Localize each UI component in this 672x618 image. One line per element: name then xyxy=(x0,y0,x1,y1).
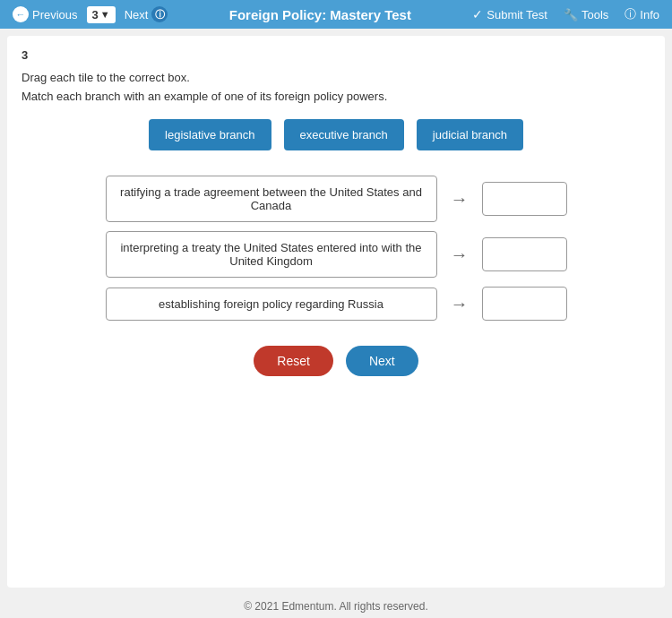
submit-label: Submit Test xyxy=(487,8,547,21)
arrow-icon-3: → xyxy=(446,294,473,314)
copyright-text: © 2021 Edmentum. All rights reserved. xyxy=(244,600,428,613)
info-button[interactable]: ⓘ Info xyxy=(619,4,665,24)
footer: © 2021 Edmentum. All rights reserved. xyxy=(0,595,672,618)
table-row: ratifying a trade agreement between the … xyxy=(106,176,567,222)
tile-executive[interactable]: executive branch xyxy=(284,119,404,150)
question-number: 3 xyxy=(92,8,99,21)
right-navigation: ✓ Submit Test 🔧 Tools ⓘ Info xyxy=(467,4,665,24)
drop-box-2[interactable] xyxy=(482,237,567,271)
reset-button[interactable]: Reset xyxy=(254,346,333,376)
match-label-1: ratifying a trade agreement between the … xyxy=(106,176,437,222)
next-button[interactable]: Next ⓘ xyxy=(119,4,174,24)
next-label: Next xyxy=(125,8,149,21)
checkmark-icon: ✓ xyxy=(472,7,483,21)
previous-icon: ← xyxy=(13,6,29,22)
top-navigation: ← Previous 3 ▼ Next ⓘ Foreign Policy: Ma… xyxy=(0,0,672,29)
chevron-down-icon: ▼ xyxy=(100,9,110,20)
bottom-buttons: Reset Next xyxy=(22,346,650,376)
arrow-icon-1: → xyxy=(446,189,473,210)
question-number-box[interactable]: 3 ▼ xyxy=(87,6,116,23)
instruction1: Drag each tile to the correct box. xyxy=(22,71,650,84)
tile-legislative[interactable]: legislative branch xyxy=(149,119,271,150)
table-row: interpreting a treaty the United States … xyxy=(106,231,567,278)
main-content: 3 Drag each tile to the correct box. Mat… xyxy=(7,36,665,588)
previous-label: Previous xyxy=(32,8,78,21)
table-row: establishing foreign policy regarding Ru… xyxy=(106,287,567,321)
drop-box-3[interactable] xyxy=(482,287,567,321)
tile-judicial[interactable]: judicial branch xyxy=(417,119,523,150)
info-icon: ⓘ xyxy=(625,6,636,22)
tools-button[interactable]: 🔧 Tools xyxy=(558,6,614,23)
question-number-display: 3 xyxy=(22,48,650,62)
submit-test-button[interactable]: ✓ Submit Test xyxy=(467,5,553,23)
wrench-icon: 🔧 xyxy=(564,8,578,21)
match-area: ratifying a trade agreement between the … xyxy=(22,176,650,321)
page-title: Foreign Policy: Mastery Test xyxy=(177,7,463,22)
previous-button[interactable]: ← Previous xyxy=(7,4,83,24)
tiles-row: legislative branch executive branch judi… xyxy=(22,119,650,150)
match-label-3: establishing foreign policy regarding Ru… xyxy=(106,288,437,321)
next-icon: ⓘ xyxy=(151,6,168,22)
info-label: Info xyxy=(640,8,659,21)
drop-box-1[interactable] xyxy=(482,182,567,216)
instruction2: Match each branch with an example of one… xyxy=(22,90,650,103)
next-content-button[interactable]: Next xyxy=(346,346,418,376)
tools-label: Tools xyxy=(582,8,608,21)
arrow-icon-2: → xyxy=(446,245,473,265)
match-label-2: interpreting a treaty the United States … xyxy=(106,231,437,278)
